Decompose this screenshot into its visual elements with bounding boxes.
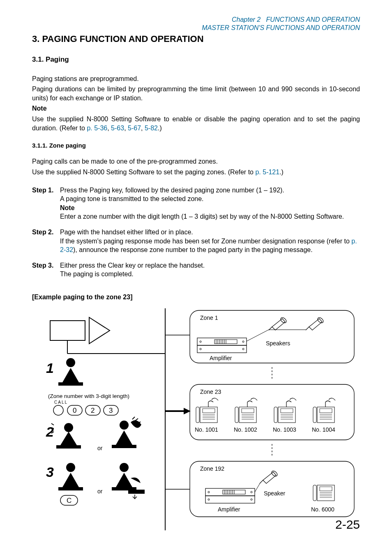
call-button bbox=[53, 405, 63, 415]
svg-marker-1 bbox=[89, 317, 110, 344]
svg-rect-49 bbox=[203, 409, 215, 413]
station-icon bbox=[313, 485, 334, 501]
intro-note-body: Use the supplied N-8000 Setting Software… bbox=[32, 115, 360, 132]
link-5-67[interactable]: 5-67 bbox=[128, 125, 141, 132]
speaker-icon bbox=[306, 317, 324, 330]
svg-point-5 bbox=[66, 358, 75, 367]
svg-rect-103 bbox=[313, 485, 316, 501]
svg-point-92 bbox=[251, 491, 252, 493]
step-number-2: 2 bbox=[46, 424, 54, 439]
link-p5-121[interactable]: p. 5-121 bbox=[255, 169, 279, 176]
step-1-note: Note bbox=[60, 204, 75, 211]
step-2-line-2: If the system's paging response mode has… bbox=[60, 238, 357, 254]
link-5-82[interactable]: 5-82 bbox=[145, 125, 158, 132]
person-talking-icon bbox=[51, 423, 81, 449]
svg-rect-98 bbox=[320, 487, 332, 491]
zone-192-group: Zone 192 Amplifier Spe bbox=[190, 461, 354, 517]
svg-rect-25 bbox=[197, 338, 247, 345]
svg-line-43 bbox=[247, 330, 269, 341]
person-handset-icon bbox=[112, 417, 141, 448]
svg-rect-21 bbox=[128, 490, 145, 494]
svg-text:0: 0 bbox=[73, 407, 76, 414]
svg-point-91 bbox=[208, 499, 210, 500]
step-3: Step 3. Either press the Clear key or re… bbox=[32, 261, 360, 279]
chapter-subtitle: MASTER STATION'S FUNCTIONS AND OPERATION bbox=[202, 24, 360, 31]
chapter-header: Chapter 2 FUNCTIONS AND OPERATION MASTER… bbox=[32, 16, 360, 32]
section-heading: 3. PAGING FUNCTION AND OPERATION bbox=[32, 33, 360, 45]
zone-1-speakers-label: Speakers bbox=[266, 340, 290, 347]
svg-rect-6 bbox=[58, 382, 83, 386]
arrow-icon bbox=[50, 317, 110, 344]
station-icon bbox=[196, 398, 218, 423]
zone-23-no-1004: No. 1004 bbox=[312, 426, 335, 433]
call-label: CALL bbox=[54, 400, 68, 405]
amplifier-icon bbox=[205, 488, 255, 503]
chapter-label: Chapter 2 bbox=[232, 16, 261, 23]
svg-point-90 bbox=[208, 491, 210, 493]
svg-point-38 bbox=[242, 348, 244, 350]
svg-point-19 bbox=[120, 463, 129, 472]
clear-key: C bbox=[60, 495, 78, 505]
svg-rect-14 bbox=[56, 445, 81, 449]
or-label-2: or bbox=[97, 488, 103, 495]
station-icon bbox=[235, 398, 257, 423]
step-3-line-2: The paging is completed. bbox=[60, 271, 134, 278]
speaker-icon bbox=[269, 317, 287, 330]
svg-point-15 bbox=[120, 421, 129, 430]
step-1-line-1: Press the Paging key, followed by the de… bbox=[60, 187, 284, 194]
zone-23-no-1003: No. 1003 bbox=[273, 426, 296, 433]
intro-p1: Paging stations are preprogrammed. bbox=[32, 74, 360, 83]
svg-line-42 bbox=[306, 327, 309, 330]
zone-23-no-1002: No. 1002 bbox=[234, 426, 257, 433]
step-1: Step 1. Press the Paging key, followed b… bbox=[32, 186, 360, 221]
svg-rect-0 bbox=[50, 321, 85, 340]
steps-block: Step 1. Press the Paging key, followed b… bbox=[32, 186, 360, 279]
intro-block: Paging stations are preprogrammed. Pagin… bbox=[32, 74, 360, 133]
diagram-svg: 1 (Zone number with 3-digit length) CALL… bbox=[34, 308, 358, 530]
note-label: Note bbox=[32, 104, 360, 113]
svg-rect-61 bbox=[235, 407, 238, 423]
page-number: 2-25 bbox=[335, 516, 360, 533]
svg-rect-70 bbox=[320, 409, 332, 413]
svg-rect-81 bbox=[205, 496, 255, 503]
station-icon bbox=[274, 398, 296, 423]
intro-p2: Paging durations can be limited by prepr… bbox=[32, 85, 360, 102]
step-2-line-1: Page with the handset either lifted or i… bbox=[60, 229, 193, 236]
step-3-label: Step 3. bbox=[32, 261, 60, 279]
digit-3-key: 3 bbox=[104, 405, 118, 415]
note-text-a: Use the supplied N-8000 Setting Software… bbox=[32, 116, 360, 132]
svg-line-95 bbox=[260, 480, 263, 483]
svg-rect-18 bbox=[58, 487, 83, 490]
svg-text:2: 2 bbox=[91, 407, 95, 414]
zone-1-label: Zone 1 bbox=[200, 314, 218, 321]
person-icon bbox=[58, 358, 83, 386]
link-5-63[interactable]: 5-63 bbox=[111, 125, 124, 132]
link-p5-36[interactable]: p. 5-36 bbox=[87, 125, 107, 132]
svg-point-17 bbox=[66, 463, 75, 472]
zone-1-amplifier-label: Amplifier bbox=[210, 355, 232, 361]
person-hangup-icon bbox=[112, 463, 145, 499]
step-2-label: Step 2. bbox=[32, 228, 60, 254]
svg-point-35 bbox=[200, 341, 201, 342]
step-3-line-1: Either press the Clear key or replace th… bbox=[60, 262, 205, 269]
svg-point-37 bbox=[242, 341, 244, 342]
zone-192-speaker-label: Speaker bbox=[264, 490, 285, 497]
zone-192-no-6000: No. 6000 bbox=[311, 506, 334, 513]
svg-rect-75 bbox=[313, 407, 316, 423]
svg-point-13 bbox=[64, 423, 73, 432]
svg-rect-68 bbox=[274, 407, 277, 423]
zone-p2: Use the supplied N-8000 Setting Software… bbox=[32, 168, 360, 177]
svg-point-36 bbox=[200, 348, 201, 350]
zone-p1: Paging calls can be made to one of the p… bbox=[32, 157, 360, 166]
step-number-1: 1 bbox=[46, 360, 54, 376]
step-1-line-2: A paging tone is transmitted to the sele… bbox=[60, 195, 204, 202]
zone-192-label: Zone 192 bbox=[200, 465, 224, 472]
svg-rect-54 bbox=[196, 407, 199, 423]
zone-block: Paging calls can be made to one of the p… bbox=[32, 157, 360, 176]
svg-rect-63 bbox=[281, 409, 293, 413]
svg-text:C: C bbox=[67, 497, 71, 504]
speaker-icon bbox=[260, 470, 278, 483]
subsection-heading: 3.1. Paging bbox=[32, 55, 360, 65]
or-label-1: or bbox=[97, 445, 103, 451]
amplifier-icon bbox=[197, 338, 247, 353]
